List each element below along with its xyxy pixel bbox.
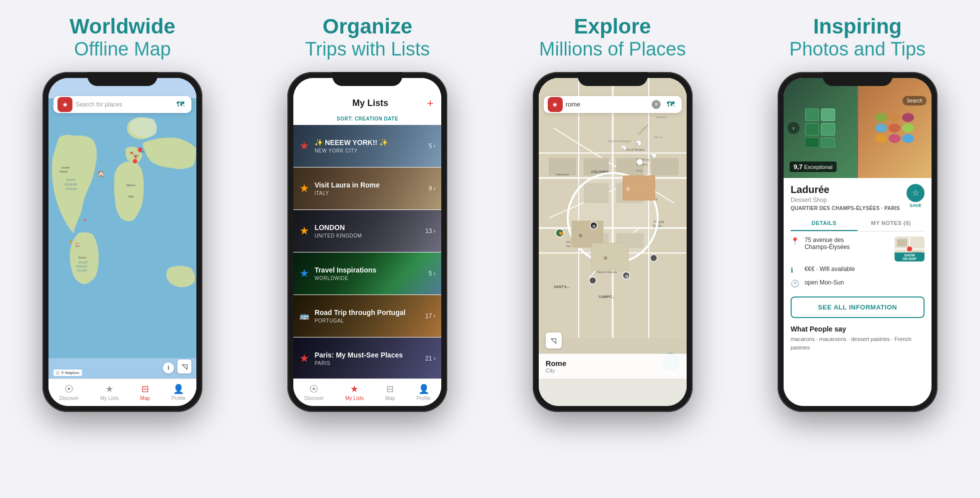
phone-notch-3 <box>578 72 648 86</box>
tab-details[interactable]: DETAILS <box>791 216 858 231</box>
laduree-info: Ladurée Dessert Shop QUARTIER DES CHAMPS… <box>784 178 932 211</box>
bottom-nav-1: ⦿ Discover ★ My Lists ⊟ Map 👤 Profile <box>48 378 196 406</box>
lists-sort-label[interactable]: SORT: CREATION DATE <box>293 114 441 125</box>
svg-text:🏠: 🏠 <box>97 170 105 177</box>
lists-title: My Lists <box>313 98 427 108</box>
list-count-4: 5 › <box>429 270 436 277</box>
phone-screen-4: ‹ Search 9,7 Exceptional Ladurée Dessert… <box>784 78 932 406</box>
phone-frame-2: My Lists + SORT: CREATION DATE ★ ✨ NEEEW… <box>287 72 447 412</box>
list-info-1: ✨ NEEEW YORK!! ✨ NEW YORK CITY <box>314 138 423 154</box>
info-button[interactable]: ℹ <box>163 362 174 374</box>
svg-text:Z: Z <box>622 147 625 150</box>
svg-rect-80 <box>592 244 628 270</box>
list-item-overlay-1: ★ ✨ NEEEW YORK!! ✨ NEW YORK CITY 5 › <box>293 125 441 167</box>
top-star-button[interactable]: ★ <box>57 97 72 112</box>
photo-nav-left-button[interactable]: ‹ <box>788 122 800 134</box>
list-name-2: Visit Laura in Rome <box>314 181 423 190</box>
rome-compass-button[interactable]: ◹ <box>546 332 562 348</box>
map-icon-1: ⊟ <box>141 384 149 394</box>
save-star-icon: ☆ <box>907 184 925 202</box>
list-item-newyork[interactable]: ★ ✨ NEEEW YORK!! ✨ NEW YORK CITY 5 › <box>293 125 441 168</box>
rome-clear-button[interactable]: ✕ <box>652 100 661 109</box>
nav-map-1[interactable]: ⊟ Map <box>140 384 150 401</box>
svg-text:📍: 📍 <box>82 218 87 223</box>
map-icon-button[interactable]: 🗺 <box>173 98 187 112</box>
tab-notes[interactable]: MY NOTES (0) <box>858 216 925 231</box>
clock-icon: 🕐 <box>791 280 800 288</box>
svg-text:Atlantic: Atlantic <box>64 182 77 186</box>
nav-profile-1[interactable]: 👤 Profile <box>171 384 185 401</box>
list-item-london[interactable]: ★ LONDON UNITED KINGDOM 13 › <box>293 210 441 252</box>
panel2-title-line1: Organize <box>305 15 430 38</box>
phone-frame-1: North Atlantic Ocean South Atlantic Ocea… <box>42 72 202 412</box>
list-item-overlay-3: ★ LONDON UNITED KINGDOM 13 › <box>293 210 441 252</box>
bottom-nav-2: ⦿ Discover ★ My Lists ⊟ Map 👤 Profile <box>293 378 441 406</box>
laduree-photo-right <box>858 78 932 178</box>
svg-text:United: United <box>61 166 69 168</box>
laduree-save-button[interactable]: ☆ SAVE <box>907 184 925 208</box>
svg-text:Algeria: Algeria <box>126 183 135 186</box>
list-name-1: ✨ NEEEW YORK!! ✨ <box>314 138 423 147</box>
nav-mylists-1[interactable]: ★ My Lists <box>100 384 119 401</box>
see-all-information-button[interactable]: SEE ALL INFORMATION <box>791 296 925 318</box>
list-item-rome[interactable]: ★ Visit Laura in Rome ITALY 9 › <box>293 168 441 210</box>
phone-screen-3: COLONNA Piazza di Spagna Pantheon Trevi … <box>539 78 687 406</box>
svg-text:Pantheon: Pantheon <box>556 173 569 176</box>
rome-search-bar[interactable]: ★ rome ✕ 🗺 <box>544 96 682 113</box>
svg-point-88 <box>589 277 596 284</box>
panel2-title-line2: Trips with Lists <box>305 38 430 61</box>
rome-city-name: Rome <box>546 359 567 368</box>
nav-profile-2[interactable]: 👤 Profile <box>416 384 430 401</box>
phone-frame-3: COLONNA Piazza di Spagna Pantheon Trevi … <box>533 72 693 412</box>
svg-text:🏛: 🏛 <box>579 233 583 238</box>
lists-scroll: ★ ✨ NEEEW YORK!! ✨ NEW YORK CITY 5 › <box>293 125 441 378</box>
rome-city-info: Rome City <box>546 359 567 374</box>
amenities-text: €€€ · Wifi available <box>805 266 925 272</box>
rome-star-button[interactable]: ★ <box>548 97 563 112</box>
location-button[interactable]: ◹ <box>177 360 191 374</box>
nav-discover-1[interactable]: ⦿ Discover <box>59 384 79 401</box>
svg-text:CAMPIT...: CAMPIT... <box>599 295 615 298</box>
list-star-6: ★ <box>299 352 309 365</box>
rome-map-icon-button[interactable]: 🗺 <box>664 98 678 112</box>
photo-search-link[interactable]: Search <box>903 96 927 106</box>
list-name-4: Travel Inspirations <box>314 266 423 274</box>
nav-mylists-2[interactable]: ★ My Lists <box>345 384 364 401</box>
svg-text:S: S <box>651 155 653 158</box>
search-input-label: Search for places <box>75 101 170 108</box>
list-item-inspirations[interactable]: ★ Travel Inspirations WORLDWIDE 5 › <box>293 252 441 295</box>
svg-text:Brazil: Brazil <box>78 256 86 258</box>
map-thumbnail[interactable]: SHOWON MAP <box>895 236 925 262</box>
list-sub-6: PARIS <box>314 360 420 366</box>
list-item-portugal[interactable]: 🚌 Road Trip through Portugal PORTUGAL 17… <box>293 295 441 338</box>
map-search-bar[interactable]: ★ Search for places 🗺 <box>53 96 191 113</box>
list-info-6: Paris: My Must-See Places PARIS <box>314 351 420 366</box>
phone-notch-1 <box>87 72 157 86</box>
what-people-say-section: What People say macarons · macaroons · d… <box>784 321 932 352</box>
list-info-3: LONDON UNITED KINGDOM <box>314 224 420 238</box>
svg-text:SANT'A...: SANT'A... <box>554 285 570 288</box>
screen-lists: My Lists + SORT: CREATION DATE ★ ✨ NEEEW… <box>293 78 441 406</box>
screen-laduree: ‹ Search 9,7 Exceptional Ladurée Dessert… <box>784 78 932 406</box>
svg-point-90 <box>637 159 643 165</box>
nav-map-2[interactable]: ⊟ Map <box>385 384 395 401</box>
list-sub-2: ITALY <box>314 190 423 196</box>
nav-discover-2[interactable]: ⦿ Discover <box>304 384 324 401</box>
list-item-overlay-5: 🚌 Road Trip through Portugal PORTUGAL 17… <box>293 295 441 337</box>
rome-city-type: City <box>546 368 567 374</box>
laduree-type: Dessert Shop <box>791 196 900 204</box>
what-people-say-title: What People say <box>791 325 925 333</box>
lists-add-button[interactable]: + <box>427 97 434 110</box>
phone-notch-4 <box>823 72 893 86</box>
list-count-5: 17 › <box>425 312 435 320</box>
list-info-2: Visit Laura in Rome ITALY <box>314 181 423 196</box>
list-item-overlay-4: ★ Travel Inspirations WORLDWIDE 5 › <box>293 252 441 294</box>
panel3-title-line2: Millions of Places <box>539 38 686 61</box>
laduree-location: QUARTIER DES CHAMPS-ÉLYSÉES · PARIS <box>791 206 900 211</box>
list-count-6: 21 › <box>425 355 435 362</box>
svg-text:Via Lu...: Via Lu... <box>654 136 665 138</box>
location-pin-icon: 📍 <box>791 237 800 246</box>
list-item-paris[interactable]: ★ Paris: My Must-See Places PARIS 21 › <box>293 338 441 378</box>
svg-text:States: States <box>59 170 68 172</box>
laduree-fav-area: Ladurée Dessert Shop QUARTIER DES CHAMPS… <box>791 184 925 211</box>
